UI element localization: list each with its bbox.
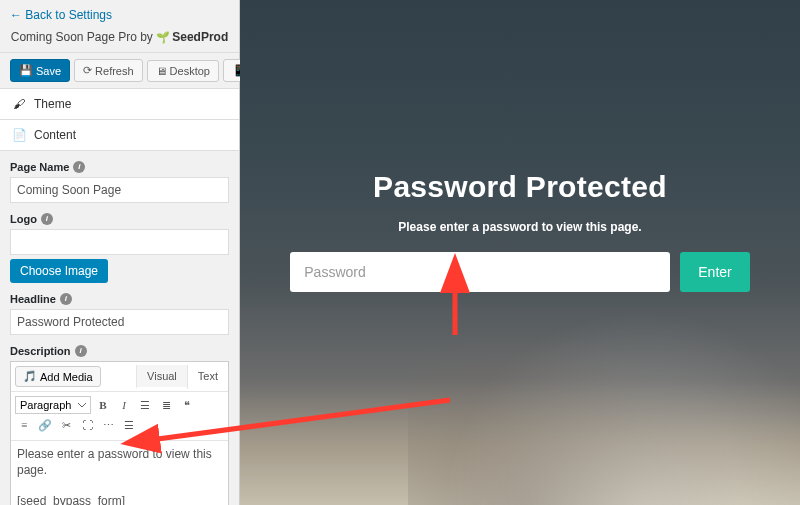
page-name-label: Page Name i — [10, 161, 229, 173]
accordion-theme[interactable]: 🖌 Theme — [0, 89, 239, 120]
editor-content[interactable]: Please enter a password to view this pag… — [11, 441, 228, 505]
enter-button[interactable]: Enter — [680, 252, 749, 292]
italic-icon[interactable]: I — [115, 396, 133, 414]
info-icon[interactable]: i — [75, 345, 87, 357]
headline-field: Headline i — [10, 293, 229, 335]
editor-toolbar: Paragraph B I ☰ ≣ ❝ ≡ 🔗 ✂ ⛶ — [11, 392, 228, 441]
align-icon[interactable]: ≡ — [15, 416, 33, 434]
fullscreen-icon[interactable]: ⛶ — [78, 416, 96, 434]
tab-text[interactable]: Text — [187, 365, 228, 389]
toolbar-toggle-icon[interactable]: ☰ — [120, 416, 138, 434]
page-name-field: Page Name i — [10, 161, 229, 203]
page-name-input[interactable] — [10, 177, 229, 203]
description-field: Description i 🎵 Add Media Visual Text — [10, 345, 229, 505]
password-input[interactable] — [290, 252, 670, 292]
choose-image-button[interactable]: Choose Image — [10, 259, 108, 283]
back-link[interactable]: ← Back to Settings — [10, 8, 112, 22]
number-list-icon[interactable]: ≣ — [157, 396, 175, 414]
media-icon: 🎵 — [23, 370, 37, 383]
content-panel: Page Name i Logo i Choose Image Headline… — [0, 151, 239, 505]
desktop-label: Desktop — [170, 65, 210, 77]
desktop-button[interactable]: 🖥 Desktop — [147, 60, 219, 82]
accordion-theme-label: Theme — [34, 97, 71, 111]
brand-bar: Coming Soon Page Pro by 🌱SeedProd — [0, 26, 239, 53]
info-icon[interactable]: i — [73, 161, 85, 173]
link-icon[interactable]: 🔗 — [36, 416, 54, 434]
settings-sidebar: ← Back to Settings Coming Soon Page Pro … — [0, 0, 240, 505]
refresh-button[interactable]: ⟳ Refresh — [74, 59, 143, 82]
editor-line-2: [seed_bypass_form] — [17, 494, 222, 505]
tab-visual[interactable]: Visual — [136, 365, 187, 389]
refresh-label: Refresh — [95, 65, 134, 77]
save-icon: 💾 — [19, 64, 33, 77]
preview-area: Password Protected Please enter a passwo… — [240, 0, 800, 505]
desktop-icon: 🖥 — [156, 65, 167, 77]
bold-icon[interactable]: B — [94, 396, 112, 414]
description-label: Description i — [10, 345, 229, 357]
wysiwyg-editor: 🎵 Add Media Visual Text Paragraph — [10, 361, 229, 505]
preview-form: Enter — [270, 252, 770, 292]
blockquote-icon[interactable]: ❝ — [178, 396, 196, 414]
save-button[interactable]: 💾 Save — [10, 59, 70, 82]
brand-prefix: Coming Soon Page Pro by — [11, 30, 153, 44]
brand-name: SeedProd — [172, 30, 228, 44]
info-icon[interactable]: i — [41, 213, 53, 225]
preview-headline: Password Protected — [270, 170, 770, 204]
accordion-content-label: Content — [34, 128, 76, 142]
more-icon[interactable]: ⋯ — [99, 416, 117, 434]
editor-top: 🎵 Add Media Visual Text — [11, 362, 228, 392]
add-media-button[interactable]: 🎵 Add Media — [15, 366, 101, 387]
document-icon: 📄 — [12, 128, 26, 142]
logo-input[interactable] — [10, 229, 229, 255]
preview-subtitle: Please enter a password to view this pag… — [270, 220, 770, 234]
unlink-icon[interactable]: ✂ — [57, 416, 75, 434]
seedprod-logo-icon: 🌱 — [156, 31, 170, 44]
info-icon[interactable]: i — [60, 293, 72, 305]
logo-label: Logo i — [10, 213, 229, 225]
bullet-list-icon[interactable]: ☰ — [136, 396, 154, 414]
accordion-content[interactable]: 📄 Content — [0, 120, 239, 151]
preview-inner: Password Protected Please enter a passwo… — [240, 170, 800, 292]
refresh-icon: ⟳ — [83, 64, 92, 77]
back-to-settings[interactable]: ← Back to Settings — [0, 0, 239, 26]
editor-line-1: Please enter a password to view this pag… — [17, 447, 222, 478]
paintbrush-icon: 🖌 — [12, 97, 26, 111]
editor-tabs: Visual Text — [136, 365, 228, 389]
headline-input[interactable] — [10, 309, 229, 335]
headline-label: Headline i — [10, 293, 229, 305]
toolbar: 💾 Save ⟳ Refresh 🖥 Desktop 📱 Mobile — [0, 53, 239, 89]
logo-field: Logo i Choose Image — [10, 213, 229, 283]
paragraph-select[interactable]: Paragraph — [15, 396, 91, 414]
save-label: Save — [36, 65, 61, 77]
